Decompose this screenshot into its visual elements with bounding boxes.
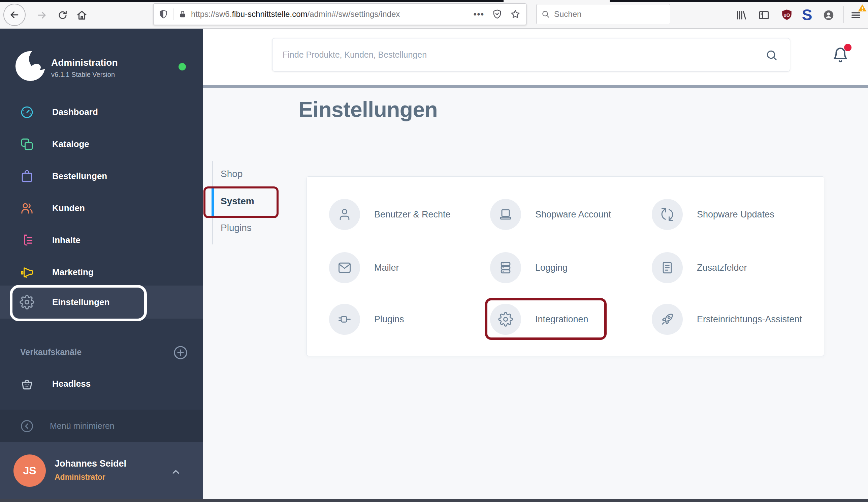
account-icon[interactable] [823,9,835,21]
marketing-icon [20,265,34,280]
settings-item-label: Plugins [374,314,404,325]
home-button[interactable] [76,9,87,21]
settings-item-plugins[interactable]: Plugins [329,304,404,335]
app-version: v6.1.1 Stable Version [51,71,115,79]
sidebar-item-label: Bestellungen [52,171,107,181]
minimize-menu-button[interactable]: Menü minimieren [0,410,203,442]
settings-item-benutzer-rechte[interactable]: Benutzer & Rechte [329,199,451,230]
mail-icon [329,252,360,283]
file-text-icon [652,252,683,283]
stylus-extension-icon[interactable]: S [799,6,815,24]
ublock-extension-icon[interactable]: uO [780,8,794,22]
user-icon [329,199,360,230]
tab-plugins[interactable]: Plugins [221,222,251,233]
sidebar-item-marketing[interactable]: Marketing [0,256,203,288]
urlbar-separator [173,8,174,20]
reload-button[interactable] [57,10,68,21]
page-actions-icon[interactable]: ••• [474,9,484,19]
sidebar-item-einstellungen[interactable]: Einstellungen [0,285,203,319]
url-path: /admin#/sw/settings/index [307,9,400,19]
admin-search-input[interactable] [272,38,790,71]
home-icon [76,9,87,21]
settings-item-label: Logging [535,263,568,273]
back-icon [9,9,20,21]
sidebar-item-label: Marketing [52,267,94,278]
browser-search-input[interactable] [554,9,655,19]
s-extension-label: S [802,6,813,23]
user-name: Johannes Seidel [54,459,126,469]
sidebar-item-bestellungen[interactable]: Bestellungen [0,160,203,192]
minimize-menu-label: Menü minimieren [50,421,114,431]
settings-item-label: Shopware Account [535,209,611,220]
forward-icon [36,9,48,21]
customers-icon [20,201,34,216]
page-title: Einstellungen [298,97,437,122]
settings-item-label: Integrationen [535,314,588,325]
lock-icon [178,10,187,19]
settings-item-label: Benutzer & Rechte [374,209,451,220]
sidebar-item-label: Inhalte [52,235,81,245]
settings-item-label: Ersteinrichtungs-Assistent [697,314,802,325]
update-warning-badge [857,2,868,14]
sidebar-item-headless[interactable]: Headless [0,368,203,400]
gear-icon [490,304,521,335]
sidebar-toggle-icon[interactable] [758,9,770,21]
header-divider [203,85,868,88]
url-text: https://sw6.fibu-schnittstelle.com/admin… [191,9,400,19]
bottom-edge-strip [0,499,868,502]
sidebar-item-inhalte[interactable]: Inhalte [0,224,203,256]
active-tab-indicator [211,188,214,217]
settings-item-ersteinrichtungs-assistent[interactable]: Ersteinrichtungs-Assistent [652,304,802,335]
add-sales-channel-button[interactable] [173,344,189,361]
catalogs-icon [20,137,34,152]
sales-channels-heading: Verkaufskanäle [20,347,82,357]
settings-item-zusatzfelder[interactable]: Zusatzfelder [652,252,747,283]
user-role: Administrator [54,473,105,482]
avatar[interactable]: JS [13,454,46,487]
url-bar[interactable]: https://sw6.fibu-schnittstelle.com/admin… [153,3,526,25]
browser-search-bar[interactable] [536,4,670,24]
library-icon[interactable] [735,9,747,21]
settings-item-shopware-updates[interactable]: Shopware Updates [652,199,774,230]
avatar-initials: JS [23,464,36,477]
sidebar-item-label: Kataloge [52,139,89,149]
settings-item-label: Zusatzfelder [697,263,747,273]
tab-system[interactable]: System [221,196,254,207]
sidebar-item-label: Headless [52,379,91,389]
sidebar-item-kataloge[interactable]: Kataloge [0,128,203,160]
settings-item-label: Mailer [374,263,399,273]
reload-icon [57,10,68,21]
orders-icon [20,169,34,184]
ublock-label: uO [784,13,790,18]
bookmark-star-icon[interactable] [510,9,521,20]
toolbar-separator [844,6,844,23]
sync-icon [652,199,683,230]
screen: https://sw6.fibu-schnittstelle.com/admin… [0,0,868,502]
plus-circle-icon [173,344,189,361]
tracking-shield-icon[interactable] [158,9,168,19]
notification-badge [844,44,851,51]
dashboard-icon [20,105,34,120]
settings-item-mailer[interactable]: Mailer [329,252,399,283]
sidebar-item-label: Einstellungen [52,297,110,308]
gear-icon [20,295,34,310]
sidebar-item-dashboard[interactable]: Dashboard [0,96,203,128]
settings-item-label: Shopware Updates [697,209,774,220]
back-button[interactable] [3,4,25,26]
sidebar-item-label: Kunden [52,203,85,213]
chevron-up-icon[interactable] [170,466,181,478]
settings-item-logging[interactable]: Logging [490,252,568,283]
settings-item-shopware-account[interactable]: Shopware Account [490,199,611,230]
sidebar-item-kunden[interactable]: Kunden [0,192,203,224]
content-icon [20,233,34,248]
tab-shop[interactable]: Shop [221,169,242,179]
url-prefix: https://sw6. [191,9,232,19]
search-icon[interactable] [765,49,778,62]
laptop-icon [490,199,521,230]
forward-button[interactable] [36,9,48,21]
shopware-logo[interactable] [14,50,46,82]
search-icon [541,10,550,19]
chevron-left-circle-icon [20,419,34,433]
settings-item-integrationen[interactable]: Integrationen [490,304,588,335]
protections-shield-icon[interactable] [492,9,503,20]
